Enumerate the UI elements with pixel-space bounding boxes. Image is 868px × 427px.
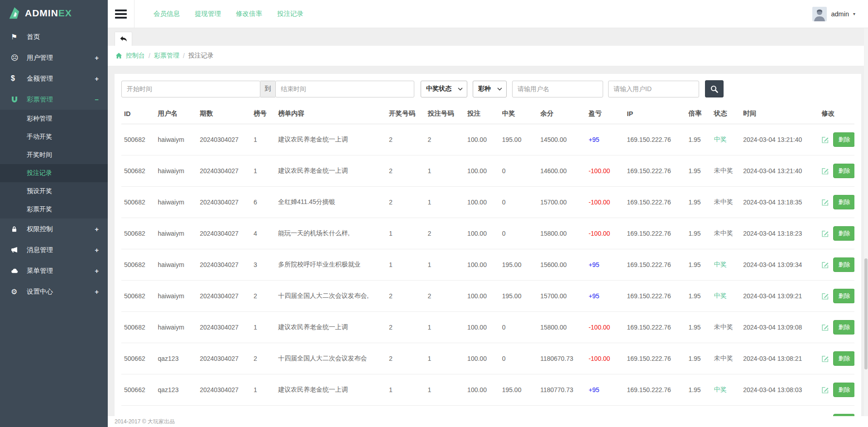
menu-toggle-button[interactable] — [115, 10, 127, 19]
user-face-icon: ☹ — [11, 53, 23, 62]
sidebar-item-label: 设置中心 — [27, 287, 53, 296]
breadcrumb-link-lottery[interactable]: 彩票管理 — [154, 52, 179, 60]
sidebar-item-messages[interactable]: 消息管理 + — [0, 239, 108, 260]
table-header-row: ID用户名期数榜号榜单内容开奖号码投注号码投注中奖余分盈亏IP倍率状态时间修改 — [121, 103, 854, 124]
chevron-down-icon — [458, 87, 463, 91]
cell-content: 建议农民养老金统一上调 — [275, 312, 386, 343]
cell-bet_no: 1 — [425, 155, 465, 187]
delete-button[interactable]: 删除 — [833, 164, 854, 178]
lottery-type-select[interactable]: 彩种 — [473, 81, 507, 97]
cell-period: 20240304027 — [197, 218, 251, 249]
topnav-link-rate[interactable]: 修改倍率 — [236, 10, 262, 18]
sidebar-item-users[interactable]: ☹ 用户管理 + — [0, 47, 108, 68]
delete-button[interactable]: 删除 — [833, 351, 854, 366]
edit-icon[interactable] — [821, 199, 829, 206]
cell-draw_no: 1 — [386, 374, 425, 406]
cell-user: haiwaiym — [155, 218, 197, 249]
cell-draw_no: 1 — [386, 406, 425, 417]
cell-bang: 1 — [251, 155, 275, 187]
scrollbar[interactable] — [864, 28, 868, 416]
sidebar-item-label: 消息管理 — [27, 246, 53, 254]
username-input[interactable] — [512, 81, 603, 97]
topnav-link-bet-records[interactable]: 投注记录 — [277, 10, 303, 18]
delete-button[interactable]: 删除 — [833, 289, 854, 303]
sidebar-subitem-draw-time[interactable]: 开奖时间 — [0, 146, 108, 164]
cell-bet_no: 1 — [425, 374, 465, 406]
win-status-select[interactable]: 中奖状态 — [421, 81, 467, 97]
cell-pl: +95 — [586, 124, 624, 155]
sidebar-subitem-preset-draw[interactable]: 预设开奖 — [0, 182, 108, 200]
edit-icon[interactable] — [821, 386, 829, 394]
edit-icon[interactable] — [821, 136, 829, 144]
sidebar-subitem-lottery-draw[interactable]: 彩票开奖 — [0, 200, 108, 218]
topnav-link-member-info[interactable]: 会员信息 — [153, 10, 180, 18]
cell-id: 500682 — [121, 187, 155, 218]
cell-status: 未中奖 — [711, 312, 740, 343]
userid-input[interactable] — [608, 81, 699, 97]
breadcrumb: 控制台 / 彩票管理 / 投注记录 — [108, 46, 868, 66]
cell-actions: 删除 — [819, 374, 854, 406]
search-button[interactable] — [705, 80, 724, 97]
edit-icon[interactable] — [821, 355, 829, 363]
cell-user: haiwaiym — [155, 187, 197, 218]
column-header: 盈亏 — [586, 103, 624, 124]
delete-button[interactable]: 删除 — [833, 195, 854, 209]
column-header: 榜单内容 — [275, 103, 386, 124]
sidebar-subitem-bet-records[interactable]: 投注记录 — [0, 164, 108, 182]
cell-actions: 删除 — [819, 124, 854, 155]
cell-draw_no: 2 — [386, 281, 425, 312]
cell-id: 500682 — [121, 249, 155, 281]
delete-button[interactable]: 删除 — [833, 414, 854, 416]
user-menu[interactable]: admin ▾ — [812, 7, 855, 21]
megaphone-icon — [11, 246, 23, 253]
sidebar-item-amount[interactable]: $ 金额管理 + — [0, 68, 108, 89]
cell-bet: 100.00 — [465, 374, 499, 406]
cell-rate: 1.95 — [686, 374, 711, 406]
sidebar-item-menus[interactable]: 菜单管理 + — [0, 260, 108, 281]
plus-icon: + — [95, 246, 99, 254]
delete-button[interactable]: 删除 — [833, 132, 854, 147]
cell-win: 0 — [499, 312, 538, 343]
delete-button[interactable]: 删除 — [833, 320, 854, 335]
cell-bang: 1 — [251, 374, 275, 406]
end-time-input[interactable] — [275, 81, 414, 97]
sidebar-item-permissions[interactable]: 权限控制 + — [0, 218, 108, 239]
cell-bet: 100.00 — [465, 343, 499, 374]
sidebar-item-home[interactable]: ⚑ 首页 — [0, 26, 108, 47]
cell-bet: 100.00 — [465, 281, 499, 312]
column-header: 状态 — [711, 103, 740, 124]
cell-draw_no: 2 — [386, 155, 425, 187]
cell-balance: 15700.00 — [537, 187, 586, 218]
edit-icon[interactable] — [821, 261, 829, 269]
minus-icon: − — [95, 96, 99, 103]
topnav-link-withdraw[interactable]: 提现管理 — [195, 10, 221, 18]
edit-icon[interactable] — [821, 167, 829, 175]
cloud-icon — [11, 267, 23, 275]
sidebar-item-settings[interactable]: ⚙ 设置中心 + — [0, 281, 108, 302]
cell-content: 十四届全国人大二次会议发布会, — [275, 281, 386, 312]
delete-button[interactable]: 删除 — [833, 383, 854, 397]
back-button[interactable] — [115, 32, 132, 46]
user-name: admin — [831, 10, 849, 18]
cell-win: 195.00 — [499, 374, 538, 406]
avatar[interactable] — [812, 7, 827, 21]
cell-bet_no: 2 — [425, 218, 465, 249]
edit-icon[interactable] — [821, 292, 829, 300]
cell-user: qaz123 — [155, 343, 197, 374]
lottery-submenu: 彩种管理 手动开奖 开奖时间 投注记录 预设开奖 彩票开奖 — [0, 110, 108, 218]
cell-bet_no: 2 — [425, 406, 465, 417]
edit-icon[interactable] — [821, 324, 829, 331]
sidebar-subitem-lottery-types[interactable]: 彩种管理 — [0, 110, 108, 128]
sidebar-subitem-manual-draw[interactable]: 手动开奖 — [0, 128, 108, 146]
edit-icon[interactable] — [821, 230, 829, 238]
cell-period: 20240304027 — [197, 187, 251, 218]
delete-button[interactable]: 删除 — [833, 226, 854, 241]
cell-period: 20240304027 — [197, 312, 251, 343]
sidebar-item-lottery[interactable]: 彩票管理 − — [0, 89, 108, 110]
breadcrumb-link-console[interactable]: 控制台 — [126, 52, 145, 60]
scrollbar-thumb[interactable] — [864, 258, 868, 369]
start-time-input[interactable] — [121, 81, 260, 97]
delete-button[interactable]: 删除 — [833, 257, 854, 272]
cell-user: haiwaiym — [155, 124, 197, 155]
cell-pl: -100.00 — [586, 312, 624, 343]
